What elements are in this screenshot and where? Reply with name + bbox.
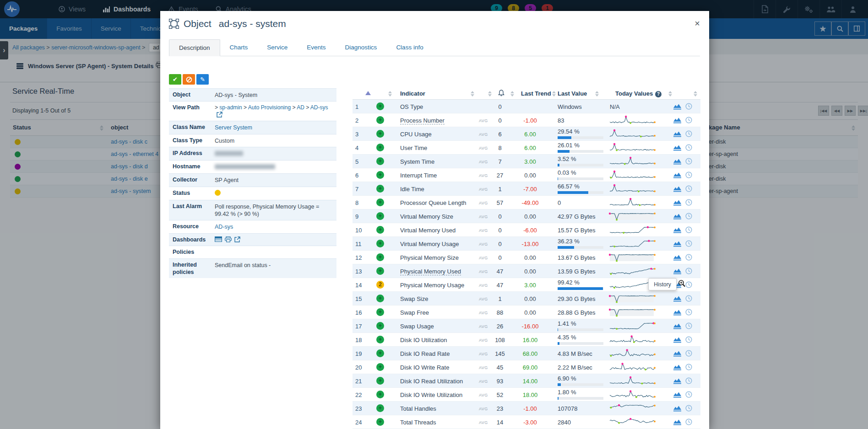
history-chart-icon[interactable] — [673, 322, 682, 329]
tab-charts[interactable]: Charts — [220, 39, 258, 56]
indicator-name[interactable]: Swap Usage — [400, 323, 434, 330]
history-chart-icon[interactable] — [673, 309, 682, 316]
expand-badge[interactable]: + — [376, 308, 384, 316]
history-chart-icon[interactable] — [673, 130, 682, 137]
realtime-clock-icon[interactable] — [685, 103, 692, 110]
history-chart-icon[interactable] — [673, 268, 682, 274]
indicator-name[interactable]: Idle Time — [400, 186, 424, 193]
history-chart-icon[interactable] — [673, 144, 682, 151]
history-chart-icon[interactable] — [673, 418, 682, 425]
expand-badge[interactable]: + — [376, 349, 384, 357]
realtime-clock-icon[interactable] — [685, 172, 692, 178]
realtime-clock-icon[interactable] — [685, 418, 692, 425]
expand-badge[interactable]: + — [376, 377, 384, 385]
help-icon[interactable]: ? — [655, 91, 662, 97]
sort-icon[interactable] — [694, 91, 698, 97]
sort-icon[interactable] — [471, 91, 475, 97]
history-chart-icon[interactable] — [673, 213, 682, 220]
expand-badge[interactable]: + — [376, 116, 384, 124]
realtime-clock-icon[interactable] — [685, 350, 692, 357]
external-link-icon[interactable] — [234, 236, 240, 244]
indicator-name[interactable]: Processor Queue Length — [400, 199, 467, 206]
sort-icon[interactable] — [488, 91, 492, 97]
history-chart-icon[interactable] — [673, 350, 682, 357]
expand-badge[interactable]: + — [376, 404, 384, 412]
sort-icon[interactable] — [510, 91, 515, 97]
realtime-clock-icon[interactable] — [685, 336, 692, 343]
history-chart-icon[interactable] — [673, 254, 682, 261]
indicator-name[interactable]: Process Number — [400, 117, 445, 124]
indicator-name[interactable]: Swap Size — [400, 295, 428, 302]
expand-badge[interactable]: + — [376, 185, 384, 193]
confirm-button[interactable]: ✔ — [169, 74, 181, 85]
indicator-name[interactable]: OS Type — [400, 103, 423, 110]
indicator-name[interactable]: Disk IO Read Utilization — [400, 378, 463, 385]
realtime-clock-icon[interactable] — [685, 405, 692, 412]
view-path-link[interactable]: sp-admin — [219, 104, 242, 111]
indicator-name[interactable]: Total Threads — [400, 419, 436, 426]
history-chart-icon[interactable] — [673, 199, 682, 206]
close-icon[interactable]: × — [694, 18, 700, 29]
indicator-name[interactable]: Physical Memory Size — [400, 254, 459, 261]
indicator-name[interactable]: Physical Memory Usage — [400, 282, 464, 289]
sort-icon[interactable] — [388, 91, 392, 97]
external-link-icon[interactable] — [217, 112, 222, 118]
indicator-name[interactable]: CPU Usage — [400, 131, 432, 138]
indicator-name[interactable]: Disk IO Read Rate — [400, 350, 450, 357]
expand-badge[interactable]: + — [376, 391, 384, 398]
expand-badge[interactable]: + — [376, 130, 384, 138]
indicator-name[interactable]: System Time — [400, 158, 434, 165]
history-chart-icon[interactable] — [673, 391, 682, 398]
history-chart-icon[interactable] — [673, 405, 682, 412]
indicator-name[interactable]: Physical Memory Used — [400, 268, 461, 275]
realtime-clock-icon[interactable] — [685, 226, 692, 233]
expand-badge[interactable]: + — [376, 253, 384, 261]
sort-icon[interactable] — [668, 91, 673, 97]
expand-badge[interactable]: + — [376, 322, 384, 330]
indicator-name[interactable]: Swap Free — [400, 309, 429, 316]
realtime-clock-icon[interactable] — [685, 364, 692, 370]
history-chart-icon[interactable] — [673, 364, 682, 370]
realtime-clock-icon[interactable] — [685, 322, 692, 329]
tab-events[interactable]: Events — [297, 39, 335, 56]
indicator-name[interactable]: Disk IO Write Rate — [400, 364, 449, 371]
realtime-clock-icon[interactable] — [685, 117, 692, 123]
indicator-name[interactable]: Interrupt Time — [400, 172, 437, 179]
expand-badge[interactable]: + — [376, 226, 384, 234]
sort-icon[interactable] — [595, 91, 599, 97]
realtime-clock-icon[interactable] — [685, 281, 692, 288]
table-icon[interactable] — [215, 236, 222, 244]
indicator-name[interactable]: Total Handles — [400, 405, 436, 412]
indicator-name[interactable]: Virtual Memory Used — [400, 227, 456, 234]
history-chart-icon[interactable] — [673, 103, 682, 110]
realtime-clock-icon[interactable] — [685, 144, 692, 151]
realtime-clock-icon[interactable] — [685, 199, 692, 206]
view-path-link[interactable]: Auto Provisioning — [248, 104, 291, 111]
expand-badge[interactable]: + — [376, 336, 384, 343]
realtime-clock-icon[interactable] — [685, 240, 692, 247]
realtime-clock-icon[interactable] — [685, 268, 692, 274]
expand-badge[interactable]: + — [376, 157, 384, 165]
printer-icon[interactable] — [225, 236, 232, 244]
expand-badge[interactable]: + — [376, 267, 384, 275]
realtime-clock-icon[interactable] — [685, 377, 692, 384]
history-chart-icon[interactable] — [673, 158, 682, 165]
realtime-clock-icon[interactable] — [685, 295, 692, 302]
history-chart-icon[interactable] — [673, 172, 682, 178]
tab-class-info[interactable]: Class info — [386, 39, 433, 56]
view-path-link[interactable]: AD-sys — [310, 104, 328, 111]
expand-badge[interactable]: + — [376, 102, 384, 110]
indicator-name[interactable]: Virtual Memory Usage — [400, 241, 459, 247]
indicator-name[interactable]: Disk IO Write Utilization — [400, 391, 462, 398]
tab-diagnostics[interactable]: Diagnostics — [336, 39, 387, 56]
history-chart-icon[interactable] — [673, 295, 682, 302]
realtime-clock-icon[interactable] — [685, 213, 692, 220]
realtime-clock-icon[interactable] — [685, 309, 692, 316]
tab-description[interactable]: Description — [169, 39, 220, 56]
expand-badge[interactable]: + — [376, 171, 384, 179]
detail-link[interactable]: Server System — [215, 124, 252, 131]
history-chart-icon[interactable] — [673, 226, 682, 233]
expand-badge[interactable]: + — [376, 144, 384, 151]
view-path-link[interactable]: AD — [297, 104, 304, 111]
expand-badge[interactable]: + — [376, 295, 384, 302]
